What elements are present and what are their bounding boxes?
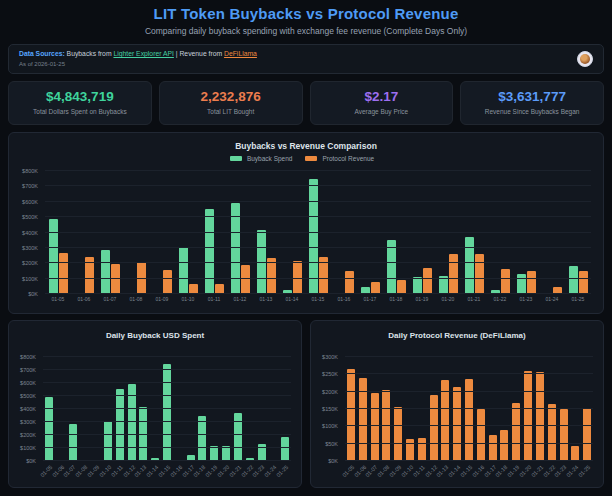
y-axis-tick-label: $0K xyxy=(28,291,38,297)
y-axis-tick-label: $0K xyxy=(328,458,338,464)
bar-group-01-25 xyxy=(279,357,291,461)
bar-daily-buyback-usd-spent-01-19[interactable] xyxy=(210,446,218,461)
x-axis-tick-label: 01-13 xyxy=(260,296,273,302)
chart-title-comparison: Buybacks vs Revenue Comparison xyxy=(9,141,603,151)
gridline xyxy=(43,356,291,357)
x-axis-tick-label: 01-21 xyxy=(468,296,481,302)
bar-protocol-revenue-01-09[interactable] xyxy=(163,270,172,294)
bar-daily-protocol-revenue-defillama--01-18[interactable] xyxy=(500,430,508,461)
bar-group-01-18 xyxy=(383,171,409,294)
protocol-revenue-legend-label: Protocol Revenue xyxy=(322,155,374,162)
bar-daily-buyback-usd-spent-01-20[interactable] xyxy=(222,446,230,461)
bar-buyback-spend-01-18[interactable] xyxy=(387,240,396,294)
bar-group-01-06 xyxy=(55,357,67,461)
plot-area xyxy=(345,357,593,461)
bar-protocol-revenue-01-22[interactable] xyxy=(501,269,510,294)
bar-daily-protocol-revenue-defillama--01-20[interactable] xyxy=(524,371,532,461)
bar-daily-buyback-usd-spent-01-25[interactable] xyxy=(281,437,289,461)
x-axis-tick-label: 01-25 xyxy=(572,296,585,302)
x-axis-tick-label: 01-19 xyxy=(416,296,429,302)
bar-buyback-spend-01-05[interactable] xyxy=(49,219,58,294)
stat-label-lit-bought: Total LIT Bought xyxy=(160,108,302,115)
x-axis-tick-label: 01-23 xyxy=(520,296,533,302)
bar-group-01-14 xyxy=(149,357,161,461)
lighter-explorer-api-link[interactable]: Lighter Explorer API xyxy=(113,50,173,57)
y-axis-tick-label: $250K xyxy=(322,371,338,377)
y-axis-tick-label: $700K xyxy=(20,367,36,373)
stat-value-lit-bought: 2,232,876 xyxy=(160,89,302,104)
bar-daily-protocol-revenue-defillama--01-05[interactable] xyxy=(347,369,355,461)
bar-group-01-17 xyxy=(357,171,383,294)
y-axis-tick-label: $200K xyxy=(22,260,38,266)
bar-protocol-revenue-01-23[interactable] xyxy=(527,271,536,294)
bar-daily-protocol-revenue-defillama--01-14[interactable] xyxy=(453,387,461,461)
gridline xyxy=(43,395,291,396)
stat-value-avg-price: $2.17 xyxy=(311,89,453,104)
bar-daily-protocol-revenue-defillama--01-16[interactable] xyxy=(477,409,485,461)
bar-group-01-24 xyxy=(267,357,279,461)
lighter-logo-avatar[interactable] xyxy=(577,51,593,67)
bar-daily-protocol-revenue-defillama--01-11[interactable] xyxy=(418,438,426,461)
bar-daily-protocol-revenue-defillama--01-21[interactable] xyxy=(536,372,544,461)
bar-group-01-24 xyxy=(539,171,565,294)
bar-protocol-revenue-01-07[interactable] xyxy=(111,264,120,294)
bar-daily-buyback-usd-spent-01-05[interactable] xyxy=(45,397,53,461)
bar-daily-protocol-revenue-defillama--01-25[interactable] xyxy=(583,408,591,461)
y-axis-tick-label: $200K xyxy=(20,432,36,438)
bar-protocol-revenue-01-05[interactable] xyxy=(59,253,68,294)
y-axis-tick-label: $300K xyxy=(322,354,338,360)
bar-buyback-spend-01-11[interactable] xyxy=(205,209,214,294)
bar-buyback-spend-01-10[interactable] xyxy=(179,247,188,294)
buybacks-vs-revenue-chart: Buybacks vs Revenue Comparison Buyback S… xyxy=(8,132,604,314)
bar-daily-protocol-revenue-defillama--01-13[interactable] xyxy=(441,380,449,461)
bar-daily-buyback-usd-spent-01-10[interactable] xyxy=(104,421,112,461)
daily-buyback-chart: Daily Buyback USD Spent $0K$100K$200K$30… xyxy=(8,320,302,488)
bar-daily-buyback-usd-spent-01-07[interactable] xyxy=(69,424,77,461)
bar-group-01-25 xyxy=(565,171,591,294)
bar-group-01-17 xyxy=(185,357,197,461)
x-axis-tick-label: 01-14 xyxy=(286,296,299,302)
gridline xyxy=(45,293,591,294)
bar-protocol-revenue-01-13[interactable] xyxy=(267,258,276,294)
bar-protocol-revenue-01-25[interactable] xyxy=(579,271,588,294)
bar-protocol-revenue-01-20[interactable] xyxy=(449,254,458,294)
bar-daily-protocol-revenue-defillama--01-19[interactable] xyxy=(512,403,520,461)
defillama-link[interactable]: DeFiLlama xyxy=(224,50,257,57)
bar-buyback-spend-01-21[interactable] xyxy=(465,237,474,294)
y-axis-tick-label: $100K xyxy=(322,423,338,429)
bar-daily-protocol-revenue-defillama--01-24[interactable] xyxy=(571,446,579,461)
bar-daily-protocol-revenue-defillama--01-23[interactable] xyxy=(560,409,568,461)
bar-daily-protocol-revenue-defillama--01-12[interactable] xyxy=(430,395,438,461)
bar-protocol-revenue-01-21[interactable] xyxy=(475,254,484,294)
bar-daily-buyback-usd-spent-01-18[interactable] xyxy=(198,416,206,462)
y-axis-tick-label: $800K xyxy=(20,354,36,360)
bar-daily-protocol-revenue-defillama--01-17[interactable] xyxy=(489,435,497,461)
bar-buyback-spend-01-25[interactable] xyxy=(569,266,578,294)
x-axis-tick-label: 01-17 xyxy=(364,296,377,302)
bar-buyback-spend-01-07[interactable] xyxy=(101,250,110,294)
bar-buyback-spend-01-20[interactable] xyxy=(439,276,448,294)
bar-protocol-revenue-01-12[interactable] xyxy=(241,265,250,294)
bar-group-01-22 xyxy=(487,171,513,294)
gridline xyxy=(43,421,291,422)
bar-group-01-06 xyxy=(71,171,97,294)
stat-card-lit-bought: 2,232,876 Total LIT Bought xyxy=(159,81,303,125)
bar-group-01-15 xyxy=(305,171,331,294)
bar-daily-buyback-usd-spent-01-11[interactable] xyxy=(116,389,124,461)
bar-daily-protocol-revenue-defillama--01-07[interactable] xyxy=(371,393,379,461)
gridline xyxy=(45,247,591,248)
bar-protocol-revenue-01-18[interactable] xyxy=(397,280,406,294)
bar-group-01-21 xyxy=(232,357,244,461)
page-title: LIT Token Buybacks vs Protocol Revenue xyxy=(0,0,612,22)
x-axis-tick-label: 01-05 xyxy=(39,464,53,478)
y-axis-tick-label: $600K xyxy=(20,380,36,386)
bar-protocol-revenue-01-16[interactable] xyxy=(345,271,354,294)
bar-daily-protocol-revenue-defillama--01-09[interactable] xyxy=(394,407,402,461)
gridline xyxy=(345,425,593,426)
bar-buyback-spend-01-19[interactable] xyxy=(413,277,422,294)
buyback-dashboard: LIT Token Buybacks vs Protocol Revenue C… xyxy=(0,0,612,496)
bar-group-01-16 xyxy=(173,357,185,461)
bar-daily-protocol-revenue-defillama--01-22[interactable] xyxy=(548,404,556,461)
bar-group-01-14 xyxy=(279,171,305,294)
bar-protocol-revenue-01-19[interactable] xyxy=(423,268,432,294)
